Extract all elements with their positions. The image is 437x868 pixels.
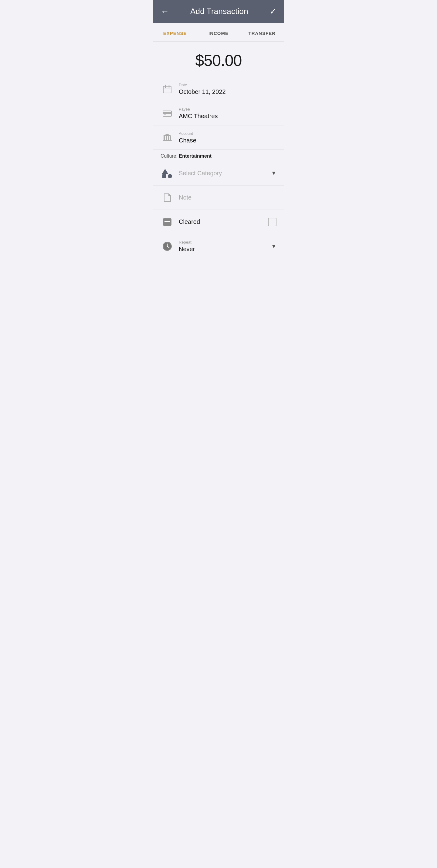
account-field[interactable]: Account Chase [153,125,284,150]
svg-rect-14 [162,174,166,178]
payee-icon [161,109,174,117]
svg-marker-7 [163,134,172,136]
payee-content: Payee AMC Theatres [179,107,276,120]
cleared-content: Cleared [179,218,268,225]
svg-rect-9 [166,136,167,140]
date-field[interactable]: Date October 11, 2022 [153,77,284,101]
repeat-field[interactable]: Repeat Never ▼ [153,234,284,258]
category-arrow-icon: ▼ [271,170,276,177]
payee-field[interactable]: Payee AMC Theatres [153,101,284,125]
culture-prefix: Culture: [161,153,177,158]
amount-display: $50.00 [159,51,278,69]
note-placeholder: Note [179,194,276,201]
note-content: Note [179,194,276,201]
category-content: Select Category [179,170,269,177]
form-section: Date October 11, 2022 Payee AMC Theatres [153,77,284,265]
cleared-checkbox[interactable] [268,218,276,226]
category-placeholder: Select Category [179,170,269,177]
cleared-field[interactable]: Cleared [153,210,284,234]
category-icon [161,168,174,179]
tab-expense[interactable]: EXPENSE [153,28,197,38]
svg-rect-10 [168,136,169,140]
app-header: ← Add Transaction ✓ [153,0,284,23]
svg-rect-5 [163,112,171,114]
repeat-arrow-icon: ▼ [271,243,276,250]
page-title: Add Transaction [190,7,248,16]
svg-point-15 [168,174,172,178]
svg-rect-8 [164,136,165,140]
svg-rect-12 [163,140,172,141]
tab-transfer[interactable]: TRANSFER [240,28,284,38]
transaction-type-tabs: EXPENSE INCOME TRANSFER [153,23,284,41]
note-field[interactable]: Note [153,186,284,210]
repeat-label: Repeat [179,240,269,245]
amount-section[interactable]: $50.00 [153,41,284,77]
category-field[interactable]: Select Category ▼ [153,161,284,186]
bank-icon [161,133,174,142]
calendar-icon [161,84,174,94]
cleared-label: Cleared [179,218,268,225]
svg-rect-11 [170,136,171,140]
back-button[interactable]: ← [161,7,169,16]
save-button[interactable]: ✓ [269,7,276,16]
account-value: Chase [179,137,276,144]
account-label: Account [179,131,276,136]
tab-income[interactable]: INCOME [197,28,240,38]
account-content: Account Chase [179,131,276,144]
repeat-content: Repeat Never [179,240,269,253]
cleared-icon [161,218,174,226]
payee-label: Payee [179,107,276,112]
date-content: Date October 11, 2022 [179,83,276,95]
note-icon [161,193,174,202]
date-label: Date [179,83,276,87]
svg-rect-17 [165,221,170,222]
svg-marker-13 [162,169,168,174]
repeat-value: Never [179,246,269,253]
culture-row: Culture: Entertainment [153,150,284,161]
date-value: October 11, 2022 [179,88,276,95]
payee-value: AMC Theatres [179,113,276,120]
clock-icon [161,242,174,251]
svg-rect-0 [163,86,171,93]
culture-value: Entertainment [179,153,211,158]
